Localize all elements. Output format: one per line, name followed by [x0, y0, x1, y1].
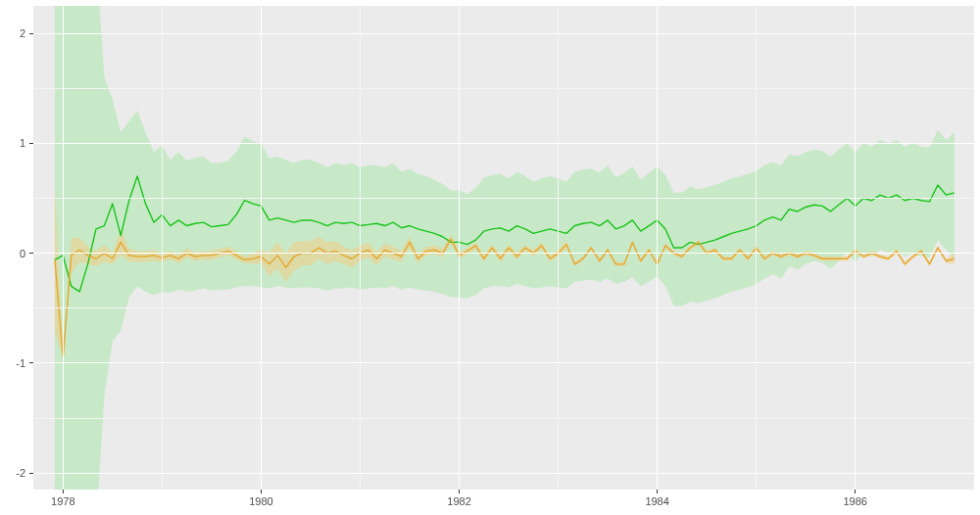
- gridline-major-v: [459, 6, 460, 490]
- y-tick-label: 0: [10, 248, 25, 259]
- gridline-major-h: [33, 253, 974, 254]
- gridline-major-v: [657, 6, 658, 490]
- gridline-major-h: [33, 473, 974, 474]
- gridline-minor-h: [33, 307, 974, 308]
- data-layer: [0, 0, 980, 515]
- y-tick-mark: [29, 143, 33, 144]
- x-tick-label: 1984: [645, 495, 668, 507]
- y-tick-label: -1: [10, 357, 25, 369]
- x-tick-mark: [855, 490, 856, 493]
- gridline-major-v: [63, 6, 64, 490]
- y-tick-label: 1: [10, 137, 25, 149]
- x-tick-label: 1980: [249, 495, 272, 507]
- x-tick-mark: [63, 490, 64, 493]
- x-tick-label: 1982: [447, 495, 470, 507]
- gridline-minor-h: [33, 88, 974, 89]
- x-tick-label: 1986: [843, 495, 866, 507]
- gridline-minor-h: [33, 418, 974, 419]
- x-tick-label: 1978: [51, 495, 74, 507]
- gridline-minor-h: [33, 198, 974, 199]
- x-tick-mark: [261, 490, 262, 493]
- gridline-major-h: [33, 33, 974, 34]
- y-tick-label: 2: [10, 27, 25, 39]
- gridline-major-v: [855, 6, 856, 490]
- gridline-major-v: [261, 6, 262, 490]
- x-tick-mark: [657, 490, 658, 493]
- y-tick-mark: [29, 473, 33, 474]
- x-tick-mark: [459, 490, 460, 493]
- chart-container: 19781980198219841986-2-1012: [0, 0, 980, 515]
- y-tick-mark: [29, 253, 33, 254]
- y-tick-label: -2: [10, 467, 25, 479]
- y-tick-mark: [29, 33, 33, 34]
- gridline-major-h: [33, 362, 974, 363]
- y-tick-mark: [29, 362, 33, 363]
- gridline-major-h: [33, 143, 974, 144]
